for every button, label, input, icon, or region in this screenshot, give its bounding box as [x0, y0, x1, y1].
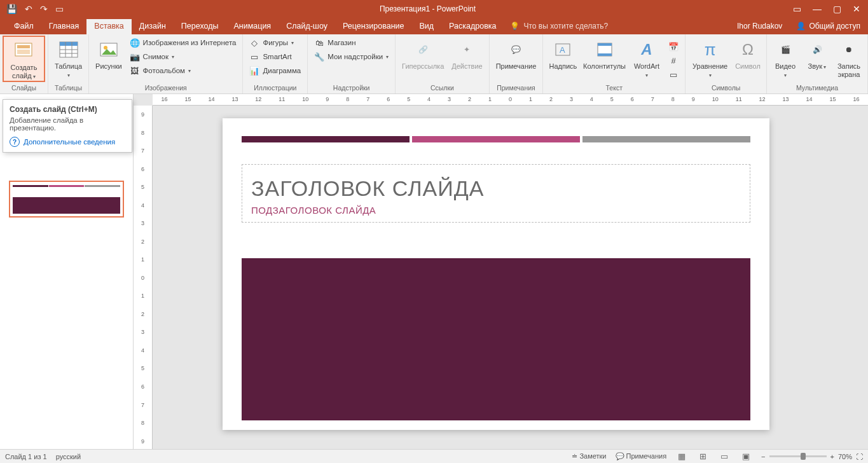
start-from-beginning-icon[interactable]: ▭: [55, 4, 64, 14]
new-slide-icon: [13, 41, 34, 61]
group-links: 🔗 Гиперссылка ✦ Действие Ссылки: [396, 34, 490, 93]
hyperlink-button[interactable]: 🔗 Гиперссылка: [398, 36, 448, 72]
symbol-icon: Ω: [738, 39, 758, 60]
table-button[interactable]: Таблица: [51, 36, 86, 79]
slide-indicator[interactable]: Слайд 1 из 1: [5, 453, 47, 460]
tab-home[interactable]: Главная: [41, 19, 87, 34]
video-button[interactable]: 🎬 Видео: [769, 36, 801, 79]
maximize-icon[interactable]: ▢: [833, 4, 841, 14]
tooltip-more-link[interactable]: Дополнительные сведения: [10, 137, 125, 147]
store-icon: 🛍: [314, 38, 324, 48]
ribbon-options-icon[interactable]: ▭: [793, 4, 801, 14]
my-addins-button[interactable]: 🔧Мои надстройки: [310, 50, 392, 64]
object-button[interactable]: ▭: [665, 67, 682, 81]
slide-title-text[interactable]: ЗАГОЛОВОК СЛАЙДА: [251, 176, 741, 201]
store-button[interactable]: 🛍Магазин: [310, 36, 392, 50]
redo-icon[interactable]: ↷: [40, 4, 48, 14]
tooltip-body: Добавление слайда в презентацию.: [10, 116, 125, 132]
slide-subtitle-text[interactable]: ПОДЗАГОЛОВОК СЛАЙДА: [251, 205, 741, 216]
hyperlink-icon: 🔗: [413, 39, 433, 60]
chart-button[interactable]: 📊Диаграмма: [245, 64, 305, 78]
share-button[interactable]: 👤Общий доступ: [789, 22, 868, 34]
shapes-button[interactable]: ◇Фигуры: [245, 36, 305, 50]
ribbon-tabs: Файл Главная Вставка Дизайн Переходы Ани…: [0, 18, 868, 34]
slideshow-view-icon[interactable]: ▣: [740, 450, 752, 462]
number-icon: #: [668, 55, 679, 66]
notes-button[interactable]: ≐ Заметки: [572, 452, 606, 460]
tab-design[interactable]: Дизайн: [132, 19, 174, 34]
title-placeholder[interactable]: ЗАГОЛОВОК СЛАЙДА ПОДЗАГОЛОВОК СЛАЙДА: [242, 164, 750, 223]
tab-insert[interactable]: Вставка: [86, 19, 131, 34]
tab-transitions[interactable]: Переходы: [174, 19, 226, 34]
screenshot-button[interactable]: 📷Снимок: [126, 50, 240, 64]
online-pictures-button[interactable]: 🌐Изображения из Интернета: [126, 36, 240, 50]
zoom-slider[interactable]: [769, 455, 827, 457]
content-block: [242, 258, 750, 420]
reading-view-icon[interactable]: ▭: [718, 450, 731, 462]
globe-icon: 🌐: [130, 38, 140, 48]
new-slide-tooltip: Создать слайд (Ctrl+M) Добавление слайда…: [3, 99, 132, 153]
photo-album-button[interactable]: 🖼Фотоальбом: [126, 64, 240, 78]
wordart-icon: A: [637, 39, 657, 60]
language-indicator[interactable]: русский: [56, 453, 81, 460]
wordart-button[interactable]: A WordArt: [629, 36, 665, 79]
new-slide-button[interactable]: Создать слайд: [3, 36, 45, 82]
horizontal-ruler[interactable]: 1615141312111098765432101234567891011121…: [153, 94, 868, 106]
shapes-icon: ◇: [249, 38, 259, 48]
vertical-ruler[interactable]: 9876543210123456789: [134, 106, 153, 450]
slide-canvas[interactable]: ЗАГОЛОВОК СЛАЙДА ПОДЗАГОЛОВОК СЛАЙДА: [223, 118, 769, 430]
group-symbols: π Уравнение Ω Символ Символы: [685, 34, 767, 93]
action-button[interactable]: ✦ Действие: [448, 36, 486, 72]
comment-button[interactable]: 💬 Примечание: [492, 36, 541, 72]
header-icon: [595, 39, 615, 60]
smartart-button[interactable]: ▭SmartArt: [245, 50, 305, 64]
zoom-out-icon[interactable]: −: [761, 453, 765, 460]
save-icon[interactable]: 💾: [6, 4, 17, 14]
symbol-button[interactable]: Ω Символ: [732, 36, 764, 72]
zoom-in-icon[interactable]: +: [830, 453, 834, 460]
tooltip-title: Создать слайд (Ctrl+M): [10, 105, 125, 114]
close-icon[interactable]: ✕: [853, 4, 860, 14]
group-comments: 💬 Примечание Примечания: [490, 34, 544, 93]
fit-to-window-icon[interactable]: ⛶: [856, 453, 863, 460]
svg-rect-1: [17, 45, 30, 48]
pictures-icon: [99, 39, 119, 60]
screenrec-icon: ⏺: [839, 39, 859, 60]
group-tables: Таблица Таблицы: [48, 34, 89, 93]
svg-text:A: A: [560, 45, 565, 55]
comments-button[interactable]: 💬 Примечания: [616, 452, 667, 460]
camera-icon: 📷: [130, 52, 140, 62]
album-icon: 🖼: [130, 66, 140, 76]
date-time-button[interactable]: 📅: [665, 39, 682, 53]
minimize-icon[interactable]: ―: [813, 4, 822, 14]
svg-point-10: [104, 46, 107, 50]
addins-icon: 🔧: [314, 52, 324, 62]
equation-button[interactable]: π Уравнение: [688, 36, 732, 79]
audio-icon: 🔊: [807, 39, 827, 60]
screen-recording-button[interactable]: ⏺ Запись экрана: [833, 36, 865, 79]
tab-slideshow[interactable]: Слайд-шоу: [279, 19, 335, 34]
zoom-control[interactable]: − + 70% ⛶: [761, 453, 863, 460]
textbox-button[interactable]: A Надпись: [546, 36, 580, 72]
normal-view-icon[interactable]: ▦: [675, 450, 688, 462]
slide-thumbnail-1[interactable]: [9, 181, 124, 218]
quick-access-toolbar: 💾 ↶ ↷ ▭: [0, 0, 70, 18]
audio-button[interactable]: 🔊 Звук: [801, 36, 833, 72]
header-footer-button[interactable]: Колонтитулы: [580, 36, 628, 72]
tab-animations[interactable]: Анимация: [226, 19, 279, 34]
tab-file[interactable]: Файл: [6, 19, 41, 34]
slide-number-button[interactable]: #: [665, 53, 682, 67]
comment-icon: 💬: [506, 39, 526, 60]
zoom-level[interactable]: 70%: [838, 453, 852, 460]
tab-storyboard[interactable]: Раскадровка: [441, 19, 504, 34]
pictures-button[interactable]: Рисунки: [92, 36, 126, 72]
share-icon: 👤: [796, 22, 806, 31]
group-text: A Надпись Колонтитулы A WordArt 📅 # ▭ Те…: [543, 34, 685, 93]
undo-icon[interactable]: ↶: [25, 4, 32, 14]
tell-me[interactable]: 💡Что вы хотите сделать?: [504, 22, 614, 34]
user-name[interactable]: Ihor Rudakov: [731, 22, 789, 34]
sorter-view-icon[interactable]: ⊞: [697, 450, 709, 462]
tab-review[interactable]: Рецензирование: [335, 19, 412, 34]
smartart-icon: ▭: [249, 52, 259, 62]
tab-view[interactable]: Вид: [411, 19, 441, 34]
